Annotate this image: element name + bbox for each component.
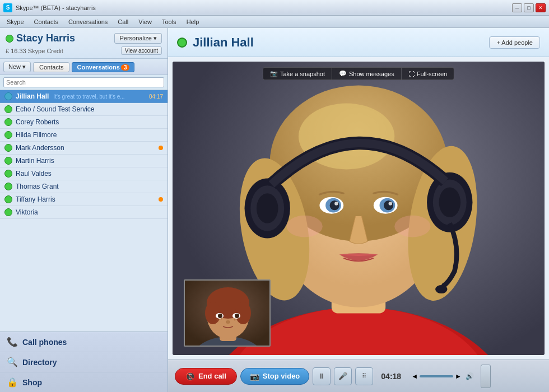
svg-point-36 bbox=[235, 314, 239, 318]
nav-directory[interactable]: 🔍 Directory bbox=[0, 352, 168, 372]
main-layout: Stacy Harris Personalize ▾ £ 16.33 Skype… bbox=[0, 28, 549, 392]
main-content: Jillian Hall + Add people bbox=[168, 28, 549, 392]
menu-view[interactable]: View bbox=[134, 17, 156, 26]
shop-icon: 🔒 bbox=[7, 377, 18, 388]
self-video bbox=[184, 279, 271, 347]
call-status-dot bbox=[177, 38, 187, 48]
svg-point-32 bbox=[235, 302, 251, 324]
personalize-button[interactable]: Personalize ▾ bbox=[114, 33, 162, 44]
end-call-button[interactable]: 📵 End call bbox=[175, 368, 237, 385]
svg-point-25 bbox=[435, 285, 447, 293]
contact-item-thomas[interactable]: Thomas Grant bbox=[0, 180, 168, 193]
nav-call-phones[interactable]: 📞 Call phones bbox=[0, 332, 168, 352]
show-messages-button[interactable]: 💬 Show messages bbox=[332, 68, 402, 80]
app-icon: S bbox=[3, 3, 12, 12]
contact-status-icon bbox=[4, 208, 12, 216]
call-header: Jillian Hall + Add people bbox=[168, 28, 549, 57]
add-people-button[interactable]: + Add people bbox=[489, 36, 540, 49]
bottom-nav: 📞 Call phones 🔍 Directory 🔒 Shop bbox=[0, 332, 168, 392]
tab-conversations[interactable]: Conversations3 bbox=[72, 62, 134, 72]
contact-status-icon bbox=[4, 131, 12, 139]
menu-skype[interactable]: Skype bbox=[2, 17, 29, 26]
nav-shop[interactable]: 🔒 Shop bbox=[0, 372, 168, 392]
contact-name: Hilda Fillmore bbox=[16, 131, 57, 139]
profile-top: Stacy Harris Personalize ▾ bbox=[6, 32, 162, 44]
contact-item-echo[interactable]: Echo / Sound Test Service bbox=[0, 103, 168, 116]
contact-name: Jillian Hall bbox=[16, 92, 49, 100]
contact-item-raul[interactable]: Raul Valdes bbox=[0, 167, 168, 180]
titlebar: S Skype™ (BETA) - stacyharris ─ □ ✕ bbox=[0, 0, 549, 16]
svg-point-39 bbox=[221, 318, 222, 320]
svg-point-15 bbox=[334, 202, 338, 205]
messages-icon: 💬 bbox=[339, 70, 347, 77]
scrollbar-handle[interactable] bbox=[481, 365, 491, 388]
contact-status: It's great to travel, but it's e... bbox=[53, 94, 124, 100]
pause-button[interactable]: ⏸ bbox=[313, 367, 331, 385]
window-title: Skype™ (BETA) - stacyharris bbox=[16, 4, 509, 11]
fullscreen-button[interactable]: ⛶ Full-screen bbox=[402, 68, 454, 80]
main-video: 📷 Take a snapshot 💬 Show messages ⛶ Full… bbox=[173, 62, 545, 355]
snapshot-button[interactable]: 📷 Take a snapshot bbox=[263, 68, 332, 80]
contact-item-corey[interactable]: Corey Roberts bbox=[0, 116, 168, 129]
dialpad-button[interactable]: ⠿ bbox=[355, 367, 373, 385]
volume-bar bbox=[420, 375, 453, 377]
video-area: 📷 Take a snapshot 💬 Show messages ⛶ Full… bbox=[173, 62, 545, 355]
maximize-button[interactable]: □ bbox=[524, 3, 534, 12]
stop-video-button[interactable]: 📷 Stop video bbox=[240, 368, 309, 385]
search-icon: 🔍 bbox=[7, 357, 18, 367]
contact-item-mark[interactable]: Mark Andersson bbox=[0, 142, 168, 155]
nav-label: Call phones bbox=[22, 338, 67, 347]
contact-list: Jillian Hall It's great to travel, but i… bbox=[0, 90, 168, 332]
contact-item-martin[interactable]: Martin Harris bbox=[0, 155, 168, 167]
svg-point-37 bbox=[226, 320, 230, 324]
menu-conversations[interactable]: Conversations bbox=[64, 17, 112, 26]
window-controls: ─ □ ✕ bbox=[512, 3, 546, 12]
contact-status-icon bbox=[4, 144, 12, 152]
svg-point-31 bbox=[205, 302, 221, 324]
end-call-icon: 📵 bbox=[185, 372, 195, 381]
search-area bbox=[0, 75, 168, 90]
svg-point-16 bbox=[389, 202, 392, 205]
new-button[interactable]: New ▾ bbox=[3, 62, 31, 72]
phone-icon: 📞 bbox=[7, 337, 18, 347]
nav-label: Shop bbox=[22, 378, 42, 387]
contact-item-jillian[interactable]: Jillian Hall It's great to travel, but i… bbox=[0, 90, 168, 103]
contact-status-icon bbox=[4, 195, 12, 203]
svg-point-40 bbox=[234, 319, 236, 321]
contact-item-hilda[interactable]: Hilda Fillmore bbox=[0, 129, 168, 142]
svg-point-18 bbox=[394, 216, 430, 237]
self-video-svg bbox=[185, 281, 271, 347]
menu-tools[interactable]: Tools bbox=[157, 17, 181, 26]
menubar: Skype Contacts Conversations Call View T… bbox=[0, 16, 549, 28]
status-dot bbox=[6, 35, 13, 43]
svg-point-24 bbox=[439, 188, 461, 218]
contact-item-tiffany[interactable]: Tiffany Harris bbox=[0, 193, 168, 206]
conversations-badge: 3 bbox=[121, 64, 130, 71]
speaker-icon: 🔊 bbox=[466, 372, 474, 380]
contact-status-icon bbox=[4, 183, 12, 190]
minimize-button[interactable]: ─ bbox=[512, 3, 522, 12]
mute-button[interactable]: 🎤 bbox=[334, 367, 352, 385]
volume-area: ◄ ► 🔊 bbox=[411, 372, 474, 380]
svg-point-35 bbox=[218, 314, 222, 318]
fullscreen-icon: ⛶ bbox=[408, 71, 415, 77]
camera-icon: 📷 bbox=[270, 70, 278, 77]
view-account-button[interactable]: View account bbox=[121, 46, 162, 55]
online-indicator bbox=[159, 197, 163, 202]
tab-contacts[interactable]: Contacts bbox=[33, 62, 69, 72]
menu-help[interactable]: Help bbox=[182, 17, 204, 26]
video-toolbar: 📷 Take a snapshot 💬 Show messages ⛶ Full… bbox=[263, 67, 454, 80]
close-button[interactable]: ✕ bbox=[536, 3, 546, 12]
contact-status-icon bbox=[4, 157, 12, 165]
menu-call[interactable]: Call bbox=[113, 17, 133, 26]
svg-point-17 bbox=[286, 216, 322, 237]
svg-point-14 bbox=[384, 200, 393, 210]
contact-status-icon bbox=[4, 92, 12, 100]
menu-contacts[interactable]: Contacts bbox=[30, 17, 63, 26]
search-input[interactable] bbox=[3, 77, 164, 87]
contact-status-icon bbox=[4, 105, 12, 113]
contact-name: Mark Andersson bbox=[16, 144, 64, 152]
contact-name: Viktoria bbox=[16, 208, 38, 216]
contact-item-viktoria[interactable]: Viktoria bbox=[0, 206, 168, 219]
nav-label: Directory bbox=[22, 358, 57, 367]
